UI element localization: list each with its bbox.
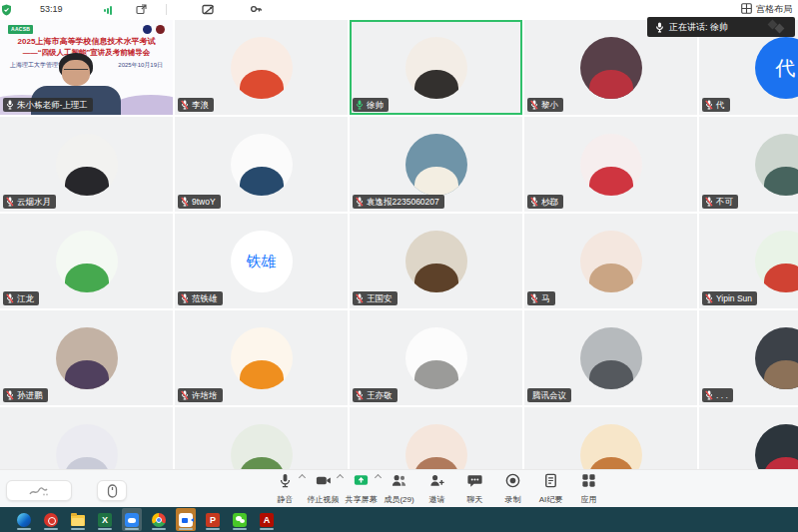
mic-muted-icon — [705, 390, 713, 400]
video-tile[interactable]: 云烟水月 — [0, 117, 173, 212]
participant-name-label: 朱小栋老师-上理工 — [3, 98, 93, 112]
video-tile[interactable]: 袁逸报2235060207 — [350, 117, 522, 212]
mic-icon — [277, 472, 294, 493]
members-icon — [391, 472, 407, 493]
video-tile[interactable]: 王国安 — [350, 214, 522, 308]
participant-name-label: 孙进鹏 — [3, 388, 48, 402]
avatar-text: 铁雄 — [247, 254, 277, 268]
participant-avatar — [405, 134, 467, 196]
mouse-icon — [107, 484, 118, 498]
video-tile[interactable]: 王亦敬 — [350, 310, 522, 405]
mic-muted-icon — [181, 100, 189, 110]
avatar-figure — [764, 264, 798, 292]
video-tile[interactable]: 许培培 — [175, 310, 348, 405]
aacsb-logo: AACSB — [8, 25, 33, 34]
share-window-icon[interactable] — [136, 4, 147, 15]
toolbar-button-label: 停止视频 — [308, 494, 340, 505]
video-tile[interactable]: 铁雄范铁雄 — [175, 214, 348, 308]
taskbar-icon-edge[interactable] — [14, 508, 34, 531]
video-tile[interactable]: 不可 — [699, 117, 798, 212]
speaking-text: 正在讲话: 徐帅 — [669, 21, 728, 34]
participant-name-label: 云烟水月 — [3, 195, 56, 209]
participant-name-label: 徐帅 — [353, 98, 389, 112]
toolbar-button-stop-video[interactable]: 停止视频 — [306, 472, 342, 505]
chevron-up-icon[interactable] — [298, 474, 305, 481]
video-tile[interactable]: Yipin Sun — [699, 214, 798, 308]
shield-icon[interactable] — [1, 4, 12, 16]
participant-name-label: 许培培 — [178, 388, 223, 402]
participant-name: 江龙 — [17, 292, 34, 304]
video-tile[interactable]: 杪鄀 — [524, 117, 697, 212]
toolbar-button-label: 静音 — [278, 494, 294, 505]
mic-muted-icon — [6, 197, 14, 207]
layout-label: 宫格布局 — [756, 3, 792, 16]
avatar-figure — [414, 360, 458, 389]
participant-name-label: Yipin Sun — [702, 291, 757, 305]
running-indicator — [179, 528, 193, 530]
video-tile[interactable]: 徐帅 — [350, 20, 522, 115]
video-tile-presenter[interactable]: AACSB 2025上海市高等学校信息技术水平考试 ——“四级人工智能”宣讲及考… — [0, 20, 173, 115]
toolbar-button-apps[interactable]: 应用 — [571, 472, 607, 505]
avatar-figure — [589, 264, 633, 292]
video-tile[interactable]: 孙进鹏 — [0, 310, 173, 405]
taskbar-icon-excel[interactable]: X — [95, 508, 115, 531]
mic-muted-icon — [356, 197, 364, 207]
screenshot-icon[interactable] — [202, 4, 215, 16]
video-tile[interactable]: 江龙 — [0, 214, 173, 308]
toolbar-button-chat[interactable]: 聊天 — [457, 472, 493, 505]
video-tile[interactable]: 9twoY — [175, 117, 348, 212]
participant-name-label: 江龙 — [3, 291, 39, 305]
avatar-figure — [589, 167, 633, 196]
file-explorer-app-icon — [71, 515, 85, 526]
participant-name: 许培培 — [192, 389, 218, 401]
layout-switcher[interactable]: 宫格布局 — [741, 3, 792, 16]
taskbar-icon-wechat[interactable] — [230, 508, 250, 531]
avatar-figure — [65, 167, 109, 196]
avatar-figure — [414, 167, 458, 196]
toolbar-button-members[interactable]: 成员(29) — [382, 472, 417, 505]
chevron-up-icon[interactable] — [374, 474, 381, 481]
toolbar-button-invite[interactable]: 邀请 — [419, 472, 455, 505]
participant-avatar — [755, 231, 798, 292]
participant-avatar — [755, 327, 798, 389]
taskbar-icon-meeting[interactable] — [176, 508, 196, 531]
taskbar-icon-chrome[interactable] — [149, 508, 169, 531]
running-indicator — [98, 528, 112, 530]
toolbar-button-mute[interactable]: 静音 — [268, 472, 304, 505]
participant-name: 杪鄀 — [541, 196, 558, 208]
participant-name-label: . . . — [702, 388, 733, 402]
participant-name: 云烟水月 — [17, 196, 51, 208]
active-speaker-banner: 正在讲话: 徐帅 — [647, 17, 795, 37]
meeting-app-icon — [179, 513, 193, 527]
participant-name: 范铁雄 — [192, 292, 218, 304]
chevron-up-icon[interactable] — [336, 474, 343, 481]
video-tile[interactable]: 李浪 — [175, 20, 348, 115]
taskbar-icon-powerpoint[interactable]: P — [203, 508, 223, 531]
toolbar-button-ai-notes[interactable]: AI纪要 — [533, 472, 569, 505]
security-key-icon[interactable] — [250, 4, 263, 16]
video-tile[interactable]: . . . — [699, 310, 798, 405]
avatar-figure — [589, 360, 633, 389]
video-tile[interactable]: 腾讯会议 — [524, 310, 697, 405]
taskbar-icon-netease-music[interactable] — [41, 508, 61, 531]
taskbar-icon-cloud-app[interactable] — [122, 508, 142, 531]
chrome-app-icon — [152, 513, 166, 527]
taskbar-icon-file-explorer[interactable] — [68, 508, 88, 531]
running-indicator — [260, 528, 274, 530]
participant-name-label: 范铁雄 — [178, 291, 223, 305]
toolbar-button-record[interactable]: 录制 — [495, 472, 531, 505]
annotation-tools-button[interactable] — [6, 480, 72, 501]
participant-name: 代 — [716, 99, 725, 111]
participant-name: Yipin Sun — [716, 292, 752, 304]
avatar-figure — [414, 70, 458, 99]
taskbar-icon-acrobat[interactable]: A — [257, 508, 277, 531]
toolbar-button-share-screen[interactable]: 共享屏幕 — [344, 472, 380, 505]
mic-muted-icon — [6, 390, 14, 400]
participant-name: 马 — [541, 292, 550, 304]
participant-avatar — [580, 327, 642, 389]
avatar-figure — [764, 360, 798, 389]
avatar-text: 代 — [776, 58, 796, 78]
participant-name: 孙进鹏 — [17, 389, 43, 401]
video-tile[interactable]: 马 — [524, 214, 697, 308]
mouse-mode-button[interactable] — [97, 480, 127, 501]
